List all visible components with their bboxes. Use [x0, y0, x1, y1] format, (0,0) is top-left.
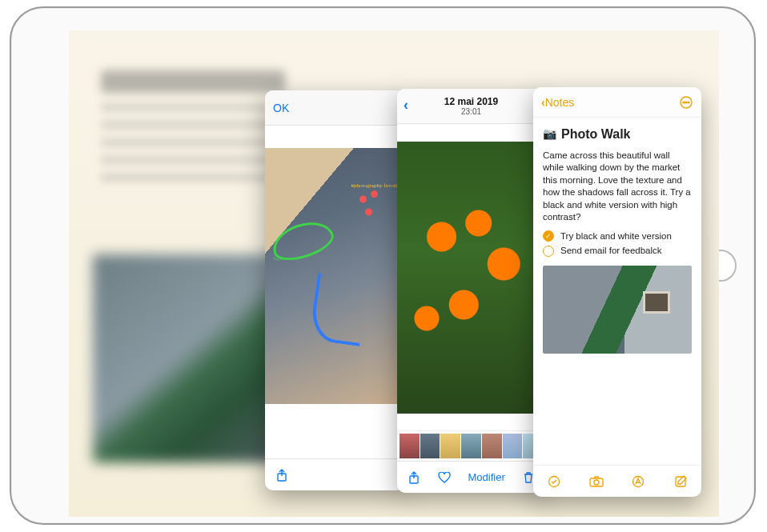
- modify-button[interactable]: Modifier: [468, 471, 505, 483]
- note-paragraph: Came across this beautiful wall while wa…: [543, 150, 692, 224]
- svg-rect-16: [676, 477, 685, 486]
- thumb[interactable]: [482, 434, 502, 458]
- checkbox-checked-icon[interactable]: ✓: [543, 230, 554, 242]
- photo-time: 23:01: [461, 107, 481, 116]
- share-icon[interactable]: [407, 470, 421, 485]
- photo-thumbnail-strip[interactable]: [397, 430, 545, 461]
- annotation-green: lighten area: [273, 256, 299, 262]
- thumb[interactable]: [420, 434, 440, 458]
- slide-over-switcher[interactable]: Mail OK #photography favorite lighten ar…: [265, 66, 713, 482]
- checklist-item: Send email for feedbalck: [543, 245, 692, 258]
- mail-annotated-image[interactable]: #photography favorite lighten area: [265, 148, 405, 404]
- photo-preview[interactable]: [397, 142, 545, 414]
- checklist-item: ✓ Try black and white version: [543, 230, 692, 243]
- photos-back-button[interactable]: ‹: [404, 97, 408, 114]
- notes-body[interactable]: 📷 Photo Walk Came across this beautiful …: [533, 118, 701, 465]
- ipad-screen: Mail OK #photography favorite lighten ar…: [69, 30, 719, 517]
- compose-icon[interactable]: [673, 474, 688, 489]
- thumb[interactable]: [503, 434, 523, 458]
- note-attached-image[interactable]: [543, 266, 692, 354]
- camera-icon: 📷: [543, 126, 556, 142]
- photos-card[interactable]: Photos ‹ 12 mai 2019 23:01: [397, 89, 545, 493]
- checklist: ✓ Try black and white version Send email…: [543, 230, 692, 258]
- mail-ok-button[interactable]: OK: [273, 102, 289, 114]
- svg-point-12: [549, 476, 560, 486]
- mail-body: #photography favorite lighten area: [265, 126, 405, 458]
- check-label: Try black and white version: [560, 230, 672, 243]
- share-icon[interactable]: [275, 468, 289, 482]
- note-title: Photo Walk: [561, 126, 631, 143]
- notes-card[interactable]: Notes ‹Notes 📷 Photo Walk Came across: [533, 87, 701, 497]
- mail-card[interactable]: Mail OK #photography favorite lighten ar…: [265, 90, 405, 490]
- photo-date: 12 mai 2019: [444, 96, 498, 107]
- mail-header: OK: [265, 90, 405, 126]
- ipad-bezel: Mail OK #photography favorite lighten ar…: [10, 6, 756, 525]
- check-label: Send email for feedbalck: [560, 245, 662, 258]
- svg-point-14: [594, 480, 599, 485]
- thumb[interactable]: [461, 434, 481, 458]
- thumb[interactable]: [440, 434, 460, 458]
- checkbox-unchecked-icon[interactable]: [543, 246, 554, 257]
- checklist-icon[interactable]: [547, 474, 561, 489]
- svg-point-9: [683, 102, 685, 103]
- more-icon[interactable]: [679, 95, 693, 110]
- mail-toolbar: [265, 458, 405, 490]
- notes-header: ‹Notes: [533, 87, 701, 118]
- notes-toolbar: [533, 465, 701, 497]
- notes-back-button[interactable]: ‹Notes: [541, 96, 574, 109]
- thumb[interactable]: [400, 434, 420, 458]
- photos-body: [397, 124, 545, 430]
- svg-point-11: [688, 102, 689, 103]
- markup-icon[interactable]: [631, 474, 645, 489]
- favorite-icon[interactable]: [437, 470, 452, 485]
- photos-header: ‹ 12 mai 2019 23:01: [397, 89, 545, 124]
- annotation-yellow: #photography favorite: [351, 183, 401, 190]
- camera-icon[interactable]: [589, 474, 604, 489]
- photos-toolbar: Modifier: [397, 461, 545, 493]
- svg-point-10: [685, 102, 687, 103]
